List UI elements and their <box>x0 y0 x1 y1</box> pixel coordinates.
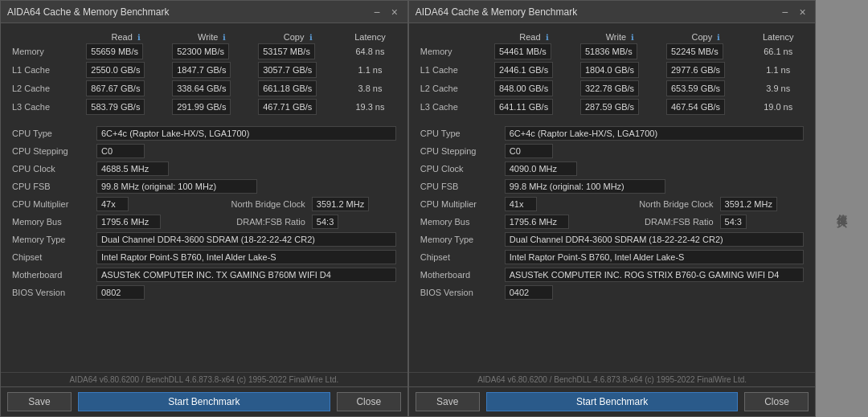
cpu-clock-value-1: 4688.5 MHz <box>93 160 399 178</box>
row-label: Memory <box>9 44 83 59</box>
cpu-multiplier-label-2: CPU Multiplier <box>417 195 502 213</box>
read-info-icon-2[interactable]: ℹ <box>546 33 549 42</box>
close-btn-window-1[interactable]: Close <box>337 392 401 411</box>
row-read: 848.00 GB/s <box>491 81 577 96</box>
motherboard-value-1: ASUSTeK COMPUTER INC. TX GAMING B760M WI… <box>93 266 399 284</box>
col-write-2: Write ℹ <box>577 30 663 44</box>
memory-bus-label-2: Memory Bus <box>417 213 502 231</box>
col-copy-1: Copy ℹ <box>255 30 341 44</box>
window-2-title: AIDA64 Cache & Memory Benchmark <box>416 6 577 18</box>
bios-value-1: 0802 <box>93 284 399 301</box>
cpu-multiplier-row-2: CPU Multiplier 41x North Bridge Clock 35… <box>417 195 808 213</box>
close-btn-2[interactable]: × <box>796 6 809 18</box>
memory-type-row-1: Memory Type Dual Channel DDR4-3600 SDRAM… <box>9 231 399 248</box>
chipset-row-2: Chipset Intel Raptor Point-S B760, Intel… <box>417 248 808 266</box>
read-info-icon-1[interactable]: ℹ <box>137 33 141 42</box>
col-read-2: Read ℹ <box>491 30 577 44</box>
benchmark-btn-1[interactable]: Start Benchmark <box>78 392 330 411</box>
minimize-btn-1[interactable]: − <box>371 6 383 18</box>
row-copy: 2977.6 GB/s <box>663 63 749 77</box>
bios-label-2: BIOS Version <box>417 284 502 301</box>
cpu-type-value-2: 6C+4c (Raptor Lake-HX/S, LGA1700) <box>502 125 808 142</box>
cpu-clock-row-2: CPU Clock 4090.0 MHz <box>417 160 808 178</box>
memory-bus-value-2: 1795.6 MHz <box>502 213 602 231</box>
row-copy: 661.18 GB/s <box>255 81 341 96</box>
info-table-2: CPU Type 6C+4c (Raptor Lake-HX/S, LGA170… <box>417 125 808 301</box>
close-btn-1[interactable]: × <box>388 6 401 18</box>
row-read: 2550.0 GB/s <box>83 63 169 77</box>
col-latency-2: Latency <box>749 30 808 44</box>
memory-type-label-2: Memory Type <box>417 231 502 248</box>
col-write-1: Write ℹ <box>169 30 255 44</box>
copy-info-icon-2[interactable]: ℹ <box>717 33 720 42</box>
nb-clock-label-2: North Bridge Clock <box>602 195 717 213</box>
row-label: L2 Cache <box>417 81 491 96</box>
cpu-stepping-row-1: CPU Stepping C0 <box>9 142 399 160</box>
bench-table-2: Read ℹ Write ℹ Copy ℹ Latency Memory5446… <box>417 30 808 118</box>
window-1-title: AIDA64 Cache & Memory Benchmark <box>7 6 169 18</box>
watermark-text: 值得买 <box>835 206 850 211</box>
cpu-clock-value-2: 4090.0 MHz <box>502 160 808 178</box>
table-row: Memory55659 MB/s52300 MB/s53157 MB/s64.8… <box>9 44 399 59</box>
cpu-stepping-label-2: CPU Stepping <box>417 142 502 160</box>
row-copy: 467.71 GB/s <box>255 100 341 114</box>
row-latency: 64.8 ns <box>341 44 399 59</box>
cpu-type-label-2: CPU Type <box>417 125 502 142</box>
bottom-bar-2: Save Start Benchmark Close <box>409 386 816 416</box>
memory-bus-row-1: Memory Bus 1795.6 MHz DRAM:FSB Ratio 54:… <box>9 213 399 231</box>
cpu-stepping-row-2: CPU Stepping C0 <box>417 142 808 160</box>
row-write: 322.78 GB/s <box>577 81 663 96</box>
bios-label-1: BIOS Version <box>9 284 93 301</box>
cpu-clock-label-2: CPU Clock <box>417 160 502 178</box>
cpu-fsb-value-2: 99.8 MHz (original: 100 MHz) <box>502 178 808 195</box>
save-btn-1[interactable]: Save <box>7 392 72 411</box>
cpu-type-row-1: CPU Type 6C+4c (Raptor Lake-HX/S, LGA170… <box>9 125 399 142</box>
memory-type-value-1: Dual Channel DDR4-3600 SDRAM (18-22-22-4… <box>93 231 399 248</box>
window-2: AIDA64 Cache & Memory Benchmark − × Read… <box>408 0 817 417</box>
benchmark-btn-2[interactable]: Start Benchmark <box>486 392 739 411</box>
cpu-stepping-value-1: C0 <box>93 142 399 160</box>
title-bar-1: AIDA64 Cache & Memory Benchmark − × <box>1 1 407 23</box>
row-copy: 52245 MB/s <box>663 44 749 59</box>
col-read-1: Read ℹ <box>83 30 169 44</box>
row-write: 1804.0 GB/s <box>577 63 663 77</box>
row-write: 291.99 GB/s <box>169 100 255 114</box>
row-read: 867.67 GB/s <box>83 81 169 96</box>
table-row: L1 Cache2550.0 GB/s1847.7 GB/s3057.7 GB/… <box>9 63 399 77</box>
memory-bus-row-2: Memory Bus 1795.6 MHz DRAM:FSB Ratio 54:… <box>417 213 808 231</box>
save-btn-2[interactable]: Save <box>416 392 480 411</box>
nb-clock-label-1: North Bridge Clock <box>194 195 309 213</box>
row-read: 583.79 GB/s <box>83 100 169 114</box>
chipset-row-1: Chipset Intel Raptor Point-S B760, Intel… <box>9 248 399 266</box>
window-1: AIDA64 Cache & Memory Benchmark − × Read… <box>0 0 408 417</box>
row-latency: 1.1 ns <box>341 63 399 77</box>
table-row: L2 Cache848.00 GB/s322.78 GB/s653.59 GB/… <box>417 81 808 96</box>
cpu-multiplier-value-2: 41x <box>502 195 602 213</box>
cpu-fsb-label-2: CPU FSB <box>417 178 502 195</box>
bench-table-1: Read ℹ Write ℹ Copy ℹ Latency Memory5565… <box>9 30 399 118</box>
bios-row-1: BIOS Version 0802 <box>9 284 399 301</box>
table-row: L3 Cache641.11 GB/s287.59 GB/s467.54 GB/… <box>417 100 808 114</box>
col-copy-2: Copy ℹ <box>663 30 749 44</box>
row-copy: 3057.7 GB/s <box>255 63 341 77</box>
dram-ratio-value-1: 54:3 <box>309 213 399 231</box>
cpu-stepping-value-2: C0 <box>502 142 808 160</box>
cpu-multiplier-value-1: 47x <box>93 195 194 213</box>
copy-info-icon-1[interactable]: ℹ <box>309 33 313 42</box>
row-label: L3 Cache <box>417 100 491 114</box>
cpu-fsb-row-2: CPU FSB 99.8 MHz (original: 100 MHz) <box>417 178 808 195</box>
motherboard-label-2: Motherboard <box>417 266 502 284</box>
bios-value-2: 0402 <box>502 284 808 301</box>
content-2: Read ℹ Write ℹ Copy ℹ Latency Memory5446… <box>409 23 816 372</box>
cpu-type-label-1: CPU Type <box>9 125 93 142</box>
minimize-btn-2[interactable]: − <box>778 6 791 18</box>
row-label: Memory <box>417 44 491 59</box>
close-btn-window-2[interactable]: Close <box>744 392 809 411</box>
write-info-icon-2[interactable]: ℹ <box>631 33 634 42</box>
dram-ratio-label-1: DRAM:FSB Ratio <box>194 213 309 231</box>
chipset-label-2: Chipset <box>417 248 502 266</box>
row-latency: 3.8 ns <box>341 81 399 96</box>
write-info-icon-1[interactable]: ℹ <box>223 33 226 42</box>
table-row: L3 Cache583.79 GB/s291.99 GB/s467.71 GB/… <box>9 100 399 114</box>
table-row: Memory54461 MB/s51836 MB/s52245 MB/s66.1… <box>417 44 808 59</box>
